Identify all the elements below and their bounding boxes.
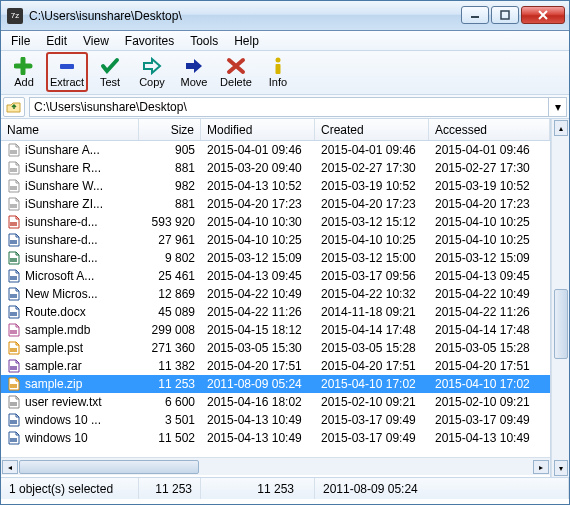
file-created: 2015-04-10 10:25: [315, 233, 429, 247]
file-size: 271 360: [139, 341, 201, 355]
file-accessed: 2015-04-10 10:25: [429, 215, 550, 229]
toolbar-extract-button[interactable]: Extract: [46, 52, 88, 92]
file-name: iSunshare A...: [25, 143, 100, 157]
app-icon: 7z: [7, 8, 23, 24]
menu-view[interactable]: View: [75, 31, 117, 50]
file-accessed: 2015-02-10 09:21: [429, 395, 550, 409]
table-row[interactable]: iSunshare ZI...8812015-04-20 17:232015-0…: [1, 195, 550, 213]
svg-rect-18: [10, 348, 17, 352]
col-created[interactable]: Created: [315, 119, 429, 140]
svg-rect-9: [10, 186, 17, 190]
up-button[interactable]: [3, 97, 25, 117]
menu-help[interactable]: Help: [226, 31, 267, 50]
svg-rect-4: [60, 64, 74, 69]
col-accessed[interactable]: Accessed: [429, 119, 550, 140]
svg-rect-7: [10, 150, 17, 154]
scroll-right-icon[interactable]: ▸: [533, 460, 549, 474]
file-name: isunshare-d...: [25, 251, 98, 265]
file-name: Microsoft A...: [25, 269, 94, 283]
svg-rect-6: [276, 64, 281, 74]
file-created: 2014-11-18 09:21: [315, 305, 429, 319]
table-row[interactable]: iSunshare A...9052015-04-01 09:462015-04…: [1, 141, 550, 159]
svg-rect-16: [10, 312, 17, 316]
file-size: 45 089: [139, 305, 201, 319]
vertical-scrollbar[interactable]: ▴ ▾: [551, 119, 569, 477]
table-row[interactable]: user review.txt6 6002015-04-16 18:022015…: [1, 393, 550, 411]
svg-rect-21: [10, 402, 17, 406]
doc-icon: [7, 287, 21, 301]
file-modified: 2015-03-12 15:09: [201, 251, 315, 265]
file-modified: 2015-03-20 09:40: [201, 161, 315, 175]
zip-icon: [7, 377, 21, 391]
close-button[interactable]: [521, 6, 565, 24]
file-accessed: 2015-03-19 10:52: [429, 179, 550, 193]
toolbar-add-button[interactable]: Add: [3, 52, 45, 92]
file-size: 593 920: [139, 215, 201, 229]
table-row[interactable]: sample.rar11 3822015-04-20 17:512015-04-…: [1, 357, 550, 375]
file-modified: 2015-04-10 10:30: [201, 215, 315, 229]
file-created: 2015-04-14 17:48: [315, 323, 429, 337]
statusbar: 1 object(s) selected 11 253 11 253 2011-…: [1, 477, 569, 499]
toolbar-label: Delete: [220, 76, 252, 88]
col-size[interactable]: Size: [139, 119, 201, 140]
toolbar-info-button[interactable]: Info: [257, 52, 299, 92]
toolbar-delete-button[interactable]: Delete: [215, 52, 257, 92]
menu-file[interactable]: File: [3, 31, 38, 50]
scroll-left-icon[interactable]: ◂: [2, 460, 18, 474]
file-accessed: 2015-04-14 17:48: [429, 323, 550, 337]
file-accessed: 2015-03-05 15:28: [429, 341, 550, 355]
path-dropdown[interactable]: ▾: [549, 97, 567, 117]
file-icon: [7, 179, 21, 193]
table-row[interactable]: New Micros...12 8692015-04-22 10:492015-…: [1, 285, 550, 303]
file-modified: 2011-08-09 05:24: [201, 377, 315, 391]
toolbar-move-button[interactable]: Move: [173, 52, 215, 92]
svg-rect-11: [10, 222, 17, 226]
file-size: 11 253: [139, 377, 201, 391]
file-modified: 2015-04-13 10:49: [201, 431, 315, 445]
file-icon: [7, 197, 21, 211]
table-row[interactable]: isunshare-d...593 9202015-04-10 10:30201…: [1, 213, 550, 231]
table-row[interactable]: windows 10 ...3 5012015-04-13 10:492015-…: [1, 411, 550, 429]
file-created: 2015-04-01 09:46: [315, 143, 429, 157]
file-created: 2015-03-17 09:56: [315, 269, 429, 283]
table-row[interactable]: isunshare-d...27 9612015-04-10 10:252015…: [1, 231, 550, 249]
table-row[interactable]: sample.mdb299 0082015-04-15 18:122015-04…: [1, 321, 550, 339]
table-row[interactable]: iSunshare R...8812015-03-20 09:402015-02…: [1, 159, 550, 177]
horizontal-scrollbar[interactable]: ◂ ▸: [1, 457, 550, 475]
svg-rect-22: [10, 420, 17, 424]
maximize-button[interactable]: [491, 6, 519, 24]
svg-rect-20: [10, 384, 17, 388]
file-created: 2015-03-17 09:49: [315, 431, 429, 445]
table-row[interactable]: iSunshare W...9822015-04-13 10:522015-03…: [1, 177, 550, 195]
toolbar-label: Test: [100, 76, 120, 88]
menu-tools[interactable]: Tools: [182, 31, 226, 50]
column-headers: Name Size Modified Created Accessed: [1, 119, 550, 141]
menu-favorites[interactable]: Favorites: [117, 31, 182, 50]
toolbar-copy-button[interactable]: Copy: [131, 52, 173, 92]
table-row[interactable]: windows 1011 5022015-04-13 10:492015-03-…: [1, 429, 550, 447]
vscroll-thumb[interactable]: [554, 289, 568, 359]
file-size: 299 008: [139, 323, 201, 337]
file-created: 2015-03-12 15:12: [315, 215, 429, 229]
table-row[interactable]: sample.zip11 2532011-08-09 05:242015-04-…: [1, 375, 550, 393]
minimize-button[interactable]: [461, 6, 489, 24]
col-name[interactable]: Name: [1, 119, 139, 140]
scroll-down-icon[interactable]: ▾: [554, 460, 568, 476]
hscroll-thumb[interactable]: [19, 460, 199, 474]
file-name: iSunshare R...: [25, 161, 101, 175]
col-modified[interactable]: Modified: [201, 119, 315, 140]
extract-icon: [57, 57, 77, 75]
table-row[interactable]: Microsoft A...25 4612015-04-13 09:452015…: [1, 267, 550, 285]
scroll-up-icon[interactable]: ▴: [554, 120, 568, 136]
file-name: sample.zip: [25, 377, 82, 391]
toolbar-label: Copy: [139, 76, 165, 88]
menu-edit[interactable]: Edit: [38, 31, 75, 50]
table-row[interactable]: Route.docx45 0892015-04-22 11:262014-11-…: [1, 303, 550, 321]
table-row[interactable]: sample.pst271 3602015-03-05 15:302015-03…: [1, 339, 550, 357]
table-row[interactable]: isunshare-d...9 8022015-03-12 15:092015-…: [1, 249, 550, 267]
file-accessed: 2015-04-22 11:26: [429, 305, 550, 319]
toolbar-test-button[interactable]: Test: [89, 52, 131, 92]
path-input[interactable]: [29, 97, 549, 117]
file-name: user review.txt: [25, 395, 102, 409]
svg-rect-15: [10, 294, 17, 298]
